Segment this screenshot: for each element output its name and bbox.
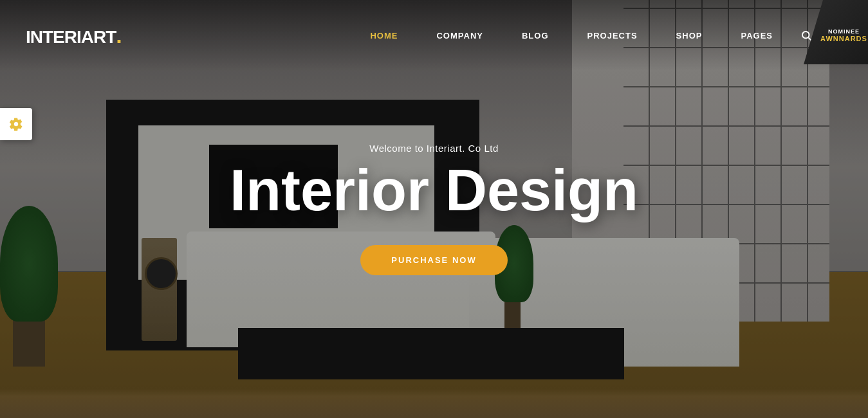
nav-item-home[interactable]: HOME bbox=[370, 30, 398, 41]
badge-inner: NOMINEE AWNNARDS bbox=[804, 0, 868, 64]
badge-awards: AWNNARDS bbox=[820, 35, 867, 42]
nav-link-blog[interactable]: BLOG bbox=[522, 31, 549, 41]
nav-item-projects[interactable]: PROJECTS bbox=[587, 30, 638, 41]
nav-link-shop[interactable]: SHOP bbox=[676, 31, 703, 41]
nav-links: HOME COMPANY BLOG PROJECTS SHOP PAGES bbox=[370, 30, 773, 41]
purchase-button[interactable]: PURCHASE NOW bbox=[360, 245, 507, 275]
nav-item-blog[interactable]: BLOG bbox=[522, 30, 549, 41]
nav-item-pages[interactable]: PAGES bbox=[741, 30, 773, 41]
nav-link-projects[interactable]: PROJECTS bbox=[587, 31, 638, 41]
hero-content: Welcome to Interiart. Co Ltd Interior De… bbox=[209, 143, 660, 275]
nav-link-pages[interactable]: PAGES bbox=[741, 31, 773, 41]
hero-title: Interior Design bbox=[209, 161, 660, 219]
hero-subtitle: Welcome to Interiart. Co Ltd bbox=[209, 143, 660, 154]
nav-item-company[interactable]: COMPANY bbox=[436, 30, 483, 41]
nav-link-company[interactable]: COMPANY bbox=[436, 31, 483, 41]
gear-icon bbox=[9, 117, 23, 131]
badge-nominee: NOMINEE bbox=[828, 28, 860, 35]
nav-link-home[interactable]: HOME bbox=[370, 31, 398, 41]
hero-section: INTERIART. HOME COMPANY BLOG PROJECTS SH… bbox=[0, 0, 868, 418]
navbar: INTERIART. HOME COMPANY BLOG PROJECTS SH… bbox=[0, 0, 868, 71]
nav-item-shop[interactable]: SHOP bbox=[676, 30, 703, 41]
logo-text: INTERIART bbox=[26, 27, 116, 47]
logo-dot: . bbox=[116, 23, 121, 48]
settings-button[interactable] bbox=[0, 108, 32, 140]
logo[interactable]: INTERIART. bbox=[26, 23, 122, 48]
awards-badge: NOMINEE AWNNARDS bbox=[804, 0, 868, 64]
